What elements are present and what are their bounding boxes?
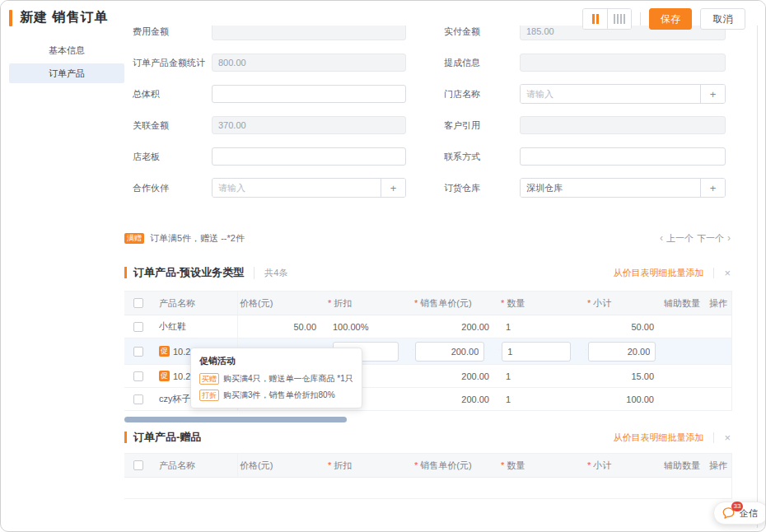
section-accent-bar <box>124 432 127 443</box>
quantity-cell: 1 <box>499 365 586 387</box>
tooltip-item: 买赠 购买满4只，赠送单一仓库商品 *1只 <box>199 373 353 385</box>
order-warehouse-input[interactable] <box>521 179 700 197</box>
buy-gift-tag: 买赠 <box>199 373 219 385</box>
gifts-section-title: 订单产品-赠品 <box>133 430 201 445</box>
col-product-name: 产品名称 <box>159 460 195 472</box>
chat-unread-badge: 33 <box>731 502 743 511</box>
sidebar-item-basic-info[interactable]: 基本信息 <box>9 40 124 60</box>
gifts-section-header: 订单产品-赠品 从价目表明细批量添加 × <box>124 429 731 446</box>
unit-price-cell: 200.00 <box>413 365 499 387</box>
col-discount: 折扣 <box>334 460 352 472</box>
cancel-button[interactable]: 取消 <box>700 8 745 30</box>
product-name: 小红鞋 <box>159 320 186 333</box>
batch-add-from-pricelist-link[interactable]: 从价目表明细批量添加 <box>613 432 703 444</box>
store-name-input[interactable] <box>521 85 700 103</box>
products-count: 共4条 <box>254 267 287 279</box>
partner-input[interactable] <box>213 179 381 197</box>
col-subtotal: 小计 <box>593 460 611 472</box>
promotion-bar: 满赠 订单满5件，赠送 --*2件 ‹ 上一个 下一个 › <box>124 231 731 245</box>
col-aux-quantity: 辅助数量 <box>664 460 700 472</box>
app-window: 新建 销售订单 保存 取消 基本信息 订单产品 费用金额 <box>0 0 766 532</box>
promotion-tooltip: 促销活动 买赠 购买满4只，赠送单一仓库商品 *1只 打折 购买满3件，销售单价… <box>190 348 362 408</box>
partner-lookup: + <box>212 178 406 198</box>
select-all-checkbox[interactable] <box>133 460 143 470</box>
row-checkbox[interactable] <box>133 394 143 404</box>
product-name: 10.2 <box>173 371 190 381</box>
product-amount-total-input[interactable] <box>212 54 406 72</box>
subtotal-cell: 15.00 <box>586 365 664 387</box>
promotion-text: 订单满5件，赠送 --*2件 <box>150 232 245 245</box>
content-right-divider <box>757 24 758 528</box>
field-customer-reference: 客户引用 <box>444 116 726 134</box>
field-store-name: 门店名称 + <box>444 85 726 103</box>
products-section-header: 订单产品-预设业务类型 共4条 从价目表明细批量添加 × <box>124 264 731 281</box>
commission-info-input[interactable] <box>520 54 726 72</box>
prev-promotion-button[interactable]: 上一个 <box>666 232 694 245</box>
table-horizontal-scrollbar <box>124 417 732 422</box>
next-promotion-button[interactable]: 下一个 <box>697 232 724 245</box>
operation-cell <box>709 365 732 387</box>
enterprise-chat-button[interactable]: 33 企信 <box>713 502 766 525</box>
select-all-checkbox[interactable] <box>133 298 143 308</box>
unit-price-cell: 200.00 <box>413 388 499 410</box>
tooltip-item: 打折 购买满3件，销售单价折扣80% <box>199 390 353 401</box>
next-arrow-icon[interactable]: › <box>727 232 731 244</box>
row-checkbox[interactable] <box>133 347 143 357</box>
required-mark: * <box>328 460 331 470</box>
section-nav: 基本信息 订单产品 <box>9 40 124 86</box>
partner-add-icon[interactable]: + <box>381 179 405 197</box>
col-operation: 操作 <box>709 460 727 472</box>
related-amount-input[interactable] <box>212 116 406 134</box>
prev-arrow-icon[interactable]: ‹ <box>660 232 663 244</box>
order-warehouse-add-icon[interactable]: + <box>700 179 725 197</box>
quantity-cell: 1 <box>499 315 586 338</box>
total-volume-input[interactable] <box>212 85 406 103</box>
list-view-icon <box>614 14 615 24</box>
aux-quantity-cell <box>664 338 709 364</box>
field-partner: 合作伙伴 + <box>133 179 406 197</box>
required-mark: * <box>587 298 591 308</box>
field-order-warehouse: 订货仓库 + <box>444 179 726 197</box>
scrollbar-thumb[interactable] <box>124 417 347 422</box>
tooltip-item-text: 购买满4只，赠送单一仓库商品 *1只 <box>223 373 353 385</box>
subtotal-input[interactable] <box>588 342 656 362</box>
sidebar-item-order-products[interactable]: 订单产品 <box>9 63 124 83</box>
aux-quantity-cell <box>664 388 709 410</box>
field-label: 关联金额 <box>133 119 212 132</box>
contact-info-input[interactable] <box>520 147 726 166</box>
save-button[interactable]: 保存 <box>649 8 692 30</box>
col-subtotal: 小计 <box>593 297 611 310</box>
row-checkbox[interactable] <box>133 322 143 332</box>
product-name: czy杯子 <box>159 393 191 405</box>
promo-product-badge: 促 <box>159 346 170 357</box>
col-price: 价格(元) <box>240 297 273 310</box>
promotion-type-badge: 满赠 <box>124 233 144 244</box>
field-product-amount-total: 订单产品金额统计 <box>133 54 406 72</box>
quantity-cell: 1 <box>499 388 586 410</box>
tooltip-item-text: 购买满3件，销售单价折扣80% <box>223 390 335 401</box>
quantity-input[interactable] <box>502 342 571 362</box>
product-name: 10.2 <box>173 347 190 357</box>
promo-product-badge: 促 <box>159 371 170 381</box>
page-header: 新建 销售订单 <box>9 9 108 26</box>
price-cell: 50.00 <box>238 315 326 338</box>
row-checkbox[interactable] <box>133 371 143 381</box>
page-title: 新建 销售订单 <box>20 9 108 26</box>
column-view-toggle[interactable] <box>583 9 607 29</box>
store-name-add-icon[interactable]: + <box>700 85 725 103</box>
field-shop-owner: 店老板 <box>133 147 406 166</box>
shop-owner-input[interactable] <box>212 147 406 166</box>
promotion-pager: ‹ 上一个 下一个 › <box>660 232 731 245</box>
field-label: 联系方式 <box>444 151 520 163</box>
unit-price-cell: 200.00 <box>413 315 499 338</box>
batch-add-from-pricelist-link[interactable]: 从价目表明细批量添加 <box>613 267 703 279</box>
subtotal-cell: 50.00 <box>586 315 664 338</box>
unit-price-input[interactable] <box>415 342 484 362</box>
customer-reference-input[interactable] <box>520 116 726 134</box>
list-view-toggle[interactable] <box>607 9 631 29</box>
close-section-icon[interactable]: × <box>713 268 731 278</box>
required-mark: * <box>414 298 418 308</box>
header-actions: 保存 取消 <box>582 8 745 30</box>
field-commission-info: 提成信息 <box>444 54 726 72</box>
close-section-icon[interactable]: × <box>713 432 731 443</box>
